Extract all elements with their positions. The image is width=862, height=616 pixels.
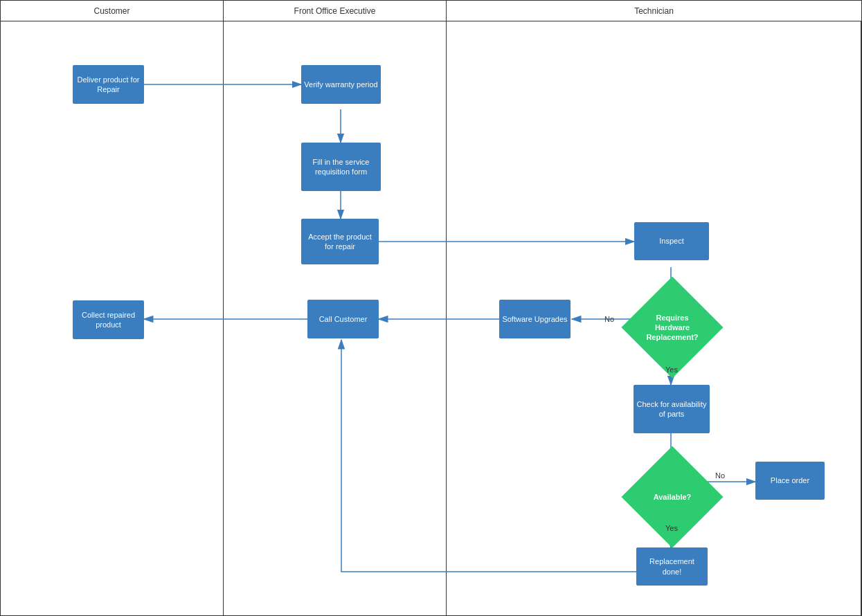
fill-service-form-box: Fill in the service requisition form <box>301 143 381 191</box>
check-parts-box: Check for availability of parts <box>634 385 710 433</box>
deliver-product-box: Deliver product for Repair <box>73 65 144 104</box>
inspect-box: Inspect <box>634 222 709 260</box>
call-customer-box: Call Customer <box>307 300 379 338</box>
requires-hw-diamond: Requires Hardware Replacement? <box>636 291 708 363</box>
no-label-hw: No <box>604 315 614 323</box>
accept-product-box: Accept the product for repair <box>301 219 379 264</box>
software-upgrades-box: Software Upgrades <box>499 300 571 338</box>
place-order-box: Place order <box>755 462 825 500</box>
header: Customer Front Office Executive Technici… <box>1 1 861 21</box>
diagram-container: Customer Front Office Executive Technici… <box>0 0 862 616</box>
verify-warranty-box: Verify warranty period <box>301 65 381 104</box>
swim-lanes: Deliver product for Repair Verify warran… <box>1 21 861 616</box>
no-label-available: No <box>715 471 725 480</box>
yes-label-available: Yes <box>665 524 678 532</box>
collect-product-box: Collect repaired product <box>73 300 144 339</box>
header-technician: Technician <box>447 1 861 21</box>
replacement-done-box: Replacement done! <box>636 547 708 586</box>
header-front-office: Front Office Executive <box>224 1 447 21</box>
yes-label-hw: Yes <box>665 365 678 374</box>
available-diamond: Available? <box>636 461 708 533</box>
header-customer: Customer <box>1 1 224 21</box>
